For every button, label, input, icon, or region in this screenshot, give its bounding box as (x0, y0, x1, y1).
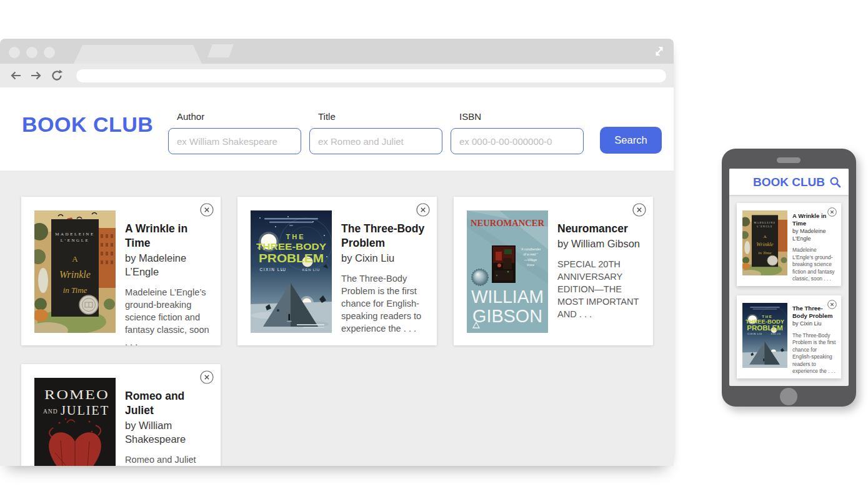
cover-text: of a read.” (524, 252, 538, 256)
design-mockup-canvas: BOOK CLUB Author Title ISBN Search (0, 0, 868, 504)
title-input[interactable] (309, 128, 442, 154)
x-circle-icon (200, 203, 214, 217)
back-icon[interactable] (9, 69, 22, 82)
author-label: Author (177, 111, 301, 122)
remove-book-button[interactable] (416, 203, 430, 217)
book-title: A Wrinkle in Time (125, 222, 214, 250)
cover-text: A (72, 254, 78, 264)
remove-book-button[interactable] (200, 203, 214, 217)
book-description: The Three-Body Problem is the first chan… (341, 272, 430, 335)
book-author: by Cixin Liu (792, 320, 837, 328)
isbn-field-group: ISBN (451, 111, 584, 170)
cover-text: L’ENGLE (61, 238, 89, 243)
book-card-body: Neuromancer by William Gibson SPECIAL 20… (557, 222, 646, 320)
book-title: The Three-Body Problem (341, 222, 430, 250)
cover-text: THE (286, 233, 306, 240)
refresh-icon[interactable] (50, 69, 64, 82)
book-description: SPECIAL 20TH ANNIVERSARY EDITION—THE MOS… (557, 258, 646, 320)
site-header: BOOK CLUB Author Title ISBN Search (0, 87, 674, 170)
cover-text: KEN LIU (771, 334, 781, 336)
book-author: by William Shakespeare (125, 418, 214, 446)
cover-text: “A mindbender (521, 247, 541, 251)
window-control-dot[interactable] (44, 47, 55, 58)
book-description: Madeleine L’Engle’s ground-breaking scie… (125, 286, 214, 348)
cover-text: NEUROMANCER (471, 218, 544, 228)
three-body-cover-image: THE THREE-BODY PROBLEM CIXIN LIU KEN LIU (251, 210, 332, 333)
book-description: Romeo and Juliet was the first drama in … (125, 453, 214, 466)
cover-text: THREE-BODY (746, 319, 784, 325)
book-title: Romeo and Juliet (125, 389, 214, 418)
browser-tab[interactable] (74, 45, 202, 64)
window-control-dot[interactable] (26, 47, 37, 58)
search-icon[interactable] (829, 176, 841, 188)
cover-text: in Time (63, 285, 87, 295)
mobile-book-card-wrinkle: MADELEINE L’ENGLE A Wrinkle in Time (737, 203, 841, 286)
book-card-three-body: THE THREE-BODY PROBLEM CIXIN LIU KEN LIU (237, 197, 437, 345)
cover-text: —Village (524, 258, 537, 262)
window-control-dot[interactable] (9, 47, 20, 58)
cover-text: Voice (527, 263, 535, 267)
cover-text: L’ENGLE (757, 225, 773, 228)
wrinkle-cover-image: MADELEINE L’ENGLE A Wrinkle in Time (34, 210, 116, 333)
cover-text: THE (762, 315, 772, 319)
book-card-body: A Wrinkle in Time by Madeleine L’Engle M… (125, 222, 214, 348)
phone-screen: BOOK CLUB (729, 169, 849, 386)
book-description: Madeleine L’Engle’s ground-breaking scie… (792, 247, 837, 283)
cover-text: in Time (758, 250, 771, 255)
book-author: by Madeleine L’Engle (125, 251, 214, 279)
book-description: The Three-Body Problem is the first chan… (792, 332, 837, 375)
book-author: by William Gibson (557, 237, 646, 250)
wrinkle-cover-image: MADELEINE L’ENGLE A Wrinkle in Time (742, 210, 787, 275)
cover-text: KEN LIU (302, 268, 320, 272)
url-input[interactable] (76, 69, 666, 82)
book-title: A Wrinkle in Time (792, 212, 837, 227)
book-card-body: Romeo and Juliet by William Shakespeare … (125, 389, 214, 466)
title-field-group: Title (309, 111, 442, 170)
cover-text: Wrinkle (59, 269, 91, 280)
book-card-wrinkle: MADELEINE L’ENGLE A Wrinkle in Time (21, 197, 221, 345)
cover-text: WILLIAM (471, 287, 544, 307)
isbn-label: ISBN (459, 111, 584, 122)
title-label: Title (318, 111, 442, 122)
neuromancer-cover-image: NEUROMANCER “A mindbender of a read.” —V… (467, 210, 548, 333)
phone-speaker (777, 157, 801, 163)
browser-toolbar (0, 64, 674, 87)
book-card-romeo: ROMEO AND JULIET (21, 364, 221, 466)
search-button[interactable]: Search (600, 127, 662, 154)
cover-text: THREE-BODY (256, 241, 327, 252)
cover-text: CIXIN LIU (747, 334, 762, 336)
book-author: by Cixin Liu (341, 251, 430, 265)
mobile-results-area: MADELEINE L’ENGLE A Wrinkle in Time (729, 195, 849, 378)
forward-icon[interactable] (29, 69, 43, 82)
remove-book-button[interactable] (632, 203, 646, 217)
cover-text: ROMEO (44, 387, 109, 402)
remove-book-button[interactable] (200, 370, 214, 384)
book-card-body: The Three-Body Problem by Cixin Liu The … (792, 305, 837, 375)
cover-text: MADELEINE (754, 222, 776, 224)
book-card-body: The Three-Body Problem by Cixin Liu The … (341, 222, 430, 335)
author-input[interactable] (168, 128, 301, 154)
book-card-body: A Wrinkle in Time by Madeleine L’Engle M… (792, 212, 837, 283)
cover-text: AND (43, 408, 58, 415)
book-title: Neuromancer (557, 222, 646, 236)
book-card-neuromancer: NEUROMANCER “A mindbender of a read.” —V… (454, 197, 653, 345)
cover-text: MADELEINE (55, 232, 94, 237)
author-field-group: Author (168, 111, 301, 170)
mobile-header: BOOK CLUB (729, 169, 849, 195)
phone-home-button[interactable] (780, 388, 797, 405)
cover-text: JULIET (61, 402, 109, 418)
mobile-book-card-three-body: THE THREE-BODY PROBLEM CIXIN LIU KEN LIU (737, 295, 841, 378)
new-tab-shape[interactable] (207, 44, 234, 57)
x-circle-icon (200, 370, 214, 384)
isbn-input[interactable] (451, 128, 584, 154)
x-circle-icon (416, 203, 430, 217)
three-body-cover-image: THE THREE-BODY PROBLEM CIXIN LIU KEN LIU (742, 303, 787, 368)
book-results-area: MADELEINE L’ENGLE A Wrinkle in Time (0, 170, 674, 466)
cover-text: Wrinkle (756, 241, 774, 247)
book-title: The Three-Body Problem (792, 305, 837, 320)
cover-text: PROBLEM (259, 252, 324, 265)
expand-diagonal-icon[interactable] (652, 44, 666, 58)
logo: BOOK CLUB (22, 112, 168, 170)
cover-text: CIXIN LIU (260, 267, 287, 272)
browser-window: BOOK CLUB Author Title ISBN Search (0, 39, 674, 466)
